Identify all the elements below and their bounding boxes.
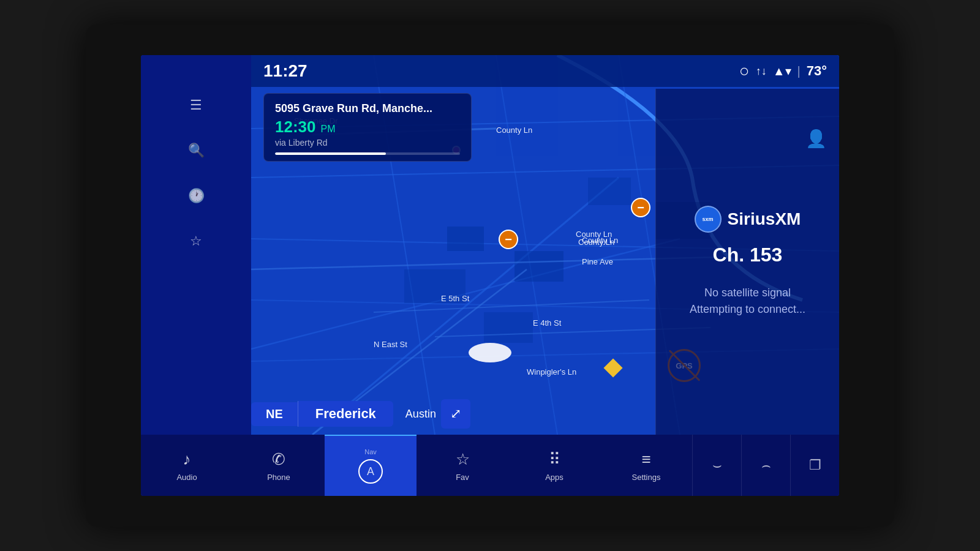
county-ln-label: County Ln xyxy=(578,238,614,247)
svg-rect-16 xyxy=(484,312,533,343)
tab-fav[interactable]: ☆ Fav xyxy=(417,435,508,496)
sxm-signal-line1: No satellite signal xyxy=(704,287,791,299)
nav-address: 5095 Grave Run Rd, Manche... xyxy=(275,102,460,115)
wave-down-icon: ⌣ xyxy=(712,457,722,474)
nav-card: 5095 Grave Run Rd, Manche... 12:30 PM vi… xyxy=(263,93,472,162)
wave-up-icon: ⌢ xyxy=(761,457,771,474)
tab-extra-3[interactable]: ❐ xyxy=(790,435,839,496)
sxm-logo: sxm xyxy=(695,206,722,233)
nav-via: via Liberty Rd xyxy=(275,138,460,148)
apps-icon: ⠿ xyxy=(549,450,560,469)
nav-icon: A xyxy=(358,459,383,484)
traffic-marker-2[interactable]: − xyxy=(631,198,650,217)
nav-progress-fill xyxy=(275,152,386,155)
expand-button[interactable]: ⤢ xyxy=(441,399,470,429)
oval-marker xyxy=(469,343,511,362)
phone-icon: ✆ xyxy=(272,450,285,469)
sxm-channel: Ch. 153 xyxy=(713,244,783,266)
settings-label: Settings xyxy=(632,473,661,482)
tab-settings[interactable]: ≡ Settings xyxy=(600,435,692,496)
recent-icon[interactable]: 🕐 xyxy=(183,182,209,209)
tab-nav[interactable]: Nav A xyxy=(325,435,417,496)
nav-arrival-time: 12:30 xyxy=(275,118,316,137)
sxm-signal-message: No satellite signal Attempting to connec… xyxy=(690,285,805,318)
audio-label: Audio xyxy=(176,473,197,482)
wifi-icon: ▲▾ xyxy=(773,64,791,78)
tab-extra-2[interactable]: ⌢ xyxy=(741,435,790,496)
svg-rect-11 xyxy=(447,227,484,251)
street-neast: N East St xyxy=(374,340,407,349)
sxm-logo-text: sxm xyxy=(703,216,714,222)
nav-arrival-ampm: PM xyxy=(321,124,336,135)
signal-icon: ↑↓ xyxy=(756,65,767,78)
search-icon[interactable]: 🔍 xyxy=(183,137,209,164)
svg-rect-13 xyxy=(588,178,631,205)
ne-badge: NE xyxy=(251,402,298,426)
favorites-icon[interactable]: ☆ xyxy=(183,228,209,255)
menu-icon[interactable]: ☰ xyxy=(183,92,209,119)
nav-time-row: 12:30 PM xyxy=(275,118,460,137)
temperature: 73° xyxy=(807,63,827,79)
frederick-badge: Frederick xyxy=(298,401,393,427)
divider: | xyxy=(797,64,801,78)
fav-label: Fav xyxy=(456,473,469,482)
tab-bar: ♪ Audio ✆ Phone Nav A ☆ Fav ⠿ Apps ≡ Set… xyxy=(141,435,839,496)
sidebar: ☰ 🔍 🕐 ☆ xyxy=(141,55,251,435)
traffic-marker-1[interactable]: − xyxy=(499,230,518,249)
street-e4th: E 4th St xyxy=(533,318,561,328)
assistant-icon: ○ xyxy=(739,61,750,81)
siriusxm-panel: sxm SiriusXM Ch. 153 No satellite signal… xyxy=(655,89,839,435)
location-tag: NE Frederick xyxy=(251,401,393,427)
austin-badge: Austin xyxy=(405,408,436,421)
tab-extra-1[interactable]: ⌣ xyxy=(692,435,741,496)
street-e5th: E 5th St xyxy=(441,294,469,303)
status-icons: ○ ↑↓ ▲▾ | 73° xyxy=(739,61,827,81)
apps-label: Apps xyxy=(545,473,564,482)
nav-progress-bar xyxy=(275,152,460,155)
audio-icon: ♪ xyxy=(183,450,191,469)
fav-icon: ☆ xyxy=(456,450,470,469)
street-pine: Pine Ave xyxy=(582,257,613,266)
sxm-user-icon[interactable]: 👤 xyxy=(805,129,827,149)
phone-label: Phone xyxy=(267,473,290,482)
location-bottom-bar: NE Frederick Austin ⤢ xyxy=(251,398,839,430)
svg-rect-12 xyxy=(514,251,564,282)
sxm-logo-area: sxm SiriusXM xyxy=(695,206,801,233)
device-frame: Shawnee Dr County Ln County Ln County Ln… xyxy=(86,24,894,527)
clock: 11:27 xyxy=(263,61,307,81)
sxm-title: SiriusXM xyxy=(728,209,801,229)
screen: Shawnee Dr County Ln County Ln County Ln… xyxy=(141,55,839,496)
settings-icon: ≡ xyxy=(641,450,650,469)
sxm-signal-line2: Attempting to connect... xyxy=(690,303,805,315)
status-bar: 11:27 ○ ↑↓ ▲▾ | 73° xyxy=(251,55,839,87)
nav-top-text: Nav xyxy=(364,448,377,455)
tab-audio[interactable]: ♪ Audio xyxy=(141,435,233,496)
street-winpigler: Winpigler's Ln xyxy=(527,367,576,377)
tab-phone[interactable]: ✆ Phone xyxy=(233,435,325,496)
street-county-top: County Ln xyxy=(496,126,532,135)
copy-icon: ❐ xyxy=(809,457,821,473)
tab-apps[interactable]: ⠿ Apps xyxy=(508,435,600,496)
